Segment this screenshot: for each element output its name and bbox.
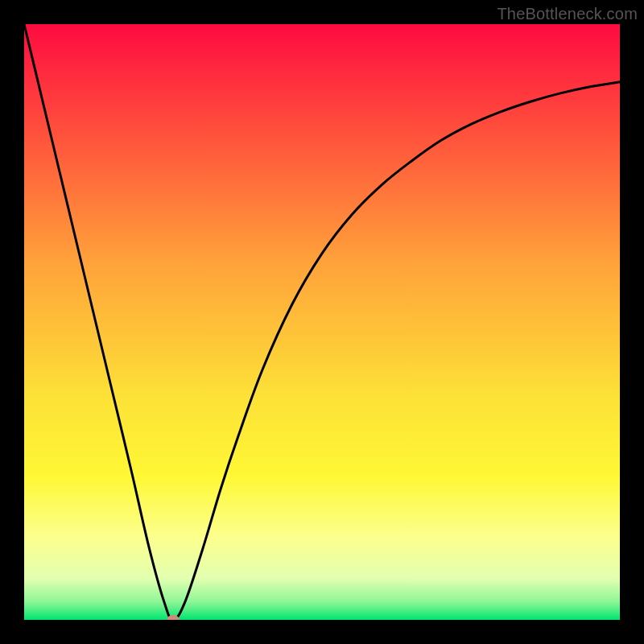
chart-container: TheBottleneck.com xyxy=(0,0,644,644)
watermark-text: TheBottleneck.com xyxy=(497,5,638,23)
chart-svg xyxy=(24,24,620,620)
gradient-background xyxy=(24,24,620,620)
plot-area xyxy=(24,24,620,620)
